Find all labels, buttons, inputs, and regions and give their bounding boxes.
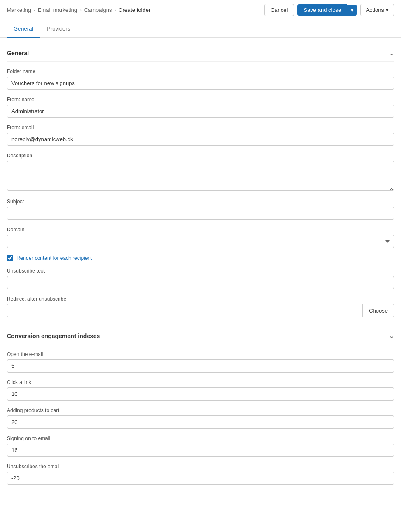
conversion-section: Conversion engagement indexes ⌄ Open the… <box>7 327 394 485</box>
description-group: Description <box>7 153 394 192</box>
header: Marketing › Email marketing › Campaigns … <box>0 0 401 20</box>
from-email-input[interactable] <box>7 133 394 146</box>
redirect-unsubscribe-input[interactable] <box>7 304 362 317</box>
domain-label: Domain <box>7 227 394 233</box>
from-name-group: From: name <box>7 97 394 118</box>
click-link-label: Click a link <box>7 379 394 385</box>
domain-group: Domain <box>7 227 394 248</box>
from-name-input[interactable] <box>7 105 394 118</box>
breadcrumb-sep-3: › <box>114 8 116 13</box>
redirect-unsubscribe-group: Redirect after unsubscribe Choose <box>7 296 394 317</box>
conversion-section-header[interactable]: Conversion engagement indexes ⌄ <box>7 327 394 344</box>
tabs: General Providers <box>0 20 401 38</box>
header-actions: Cancel Save and close ▾ Actions ▾ <box>264 4 394 16</box>
from-email-label: From: email <box>7 125 394 131</box>
description-textarea[interactable] <box>7 161 394 191</box>
unsubscribe-text-label: Unsubscribe text <box>7 268 394 274</box>
signing-on-input[interactable] <box>7 444 394 457</box>
general-section-header[interactable]: General ⌄ <box>7 45 394 62</box>
subject-label: Subject <box>7 199 394 205</box>
render-content-group: Render content for each recipient <box>7 255 394 261</box>
adding-products-input[interactable] <box>7 415 394 429</box>
description-label: Description <box>7 153 394 159</box>
folder-name-group: Folder name <box>7 68 394 90</box>
save-close-button[interactable]: Save and close <box>297 4 347 16</box>
render-content-checkbox[interactable] <box>7 255 13 261</box>
adding-products-group: Adding products to cart <box>7 407 394 429</box>
actions-button[interactable]: Actions ▾ <box>360 4 394 16</box>
folder-name-label: Folder name <box>7 68 394 74</box>
breadcrumb-campaigns[interactable]: Campaigns <box>84 7 112 13</box>
cancel-button[interactable]: Cancel <box>264 4 294 16</box>
main-content: General ⌄ Folder name From: name From: e… <box>0 38 401 502</box>
conversion-section-toggle-icon: ⌄ <box>389 332 394 340</box>
unsubscribe-text-input[interactable] <box>7 276 394 289</box>
conversion-section-title: Conversion engagement indexes <box>7 333 100 339</box>
unsubscribes-email-group: Unsubscribes the email <box>7 464 394 485</box>
from-name-label: From: name <box>7 97 394 102</box>
save-close-group: Save and close ▾ <box>297 4 357 16</box>
unsubscribe-text-group: Unsubscribe text <box>7 268 394 289</box>
click-link-input[interactable] <box>7 387 394 401</box>
breadcrumb: Marketing › Email marketing › Campaigns … <box>7 7 150 13</box>
adding-products-label: Adding products to cart <box>7 407 394 413</box>
unsubscribes-email-label: Unsubscribes the email <box>7 464 394 469</box>
tab-general[interactable]: General <box>7 20 40 38</box>
breadcrumb-email-marketing[interactable]: Email marketing <box>38 7 77 13</box>
redirect-unsubscribe-label: Redirect after unsubscribe <box>7 296 394 302</box>
open-email-input[interactable] <box>7 359 394 373</box>
breadcrumb-current: Create folder <box>119 7 150 13</box>
breadcrumb-marketing[interactable]: Marketing <box>7 7 31 13</box>
render-content-label[interactable]: Render content for each recipient <box>17 255 92 261</box>
open-email-label: Open the e-mail <box>7 351 394 357</box>
general-section-title: General <box>7 50 29 57</box>
redirect-unsubscribe-input-group: Choose <box>7 304 394 317</box>
open-email-group: Open the e-mail <box>7 351 394 373</box>
breadcrumb-sep-2: › <box>80 8 82 13</box>
subject-group: Subject <box>7 199 394 220</box>
general-section: General ⌄ Folder name From: name From: e… <box>7 45 394 317</box>
breadcrumb-sep-1: › <box>34 8 35 13</box>
folder-name-input[interactable] <box>7 77 394 90</box>
save-close-dropdown-button[interactable]: ▾ <box>347 5 357 16</box>
general-section-toggle-icon: ⌄ <box>389 49 394 57</box>
from-email-group: From: email <box>7 125 394 146</box>
tab-providers[interactable]: Providers <box>40 20 77 38</box>
actions-chevron-icon: ▾ <box>386 7 389 13</box>
domain-select[interactable] <box>7 235 394 248</box>
actions-label: Actions <box>366 7 384 13</box>
unsubscribes-email-input[interactable] <box>7 472 394 485</box>
click-link-group: Click a link <box>7 379 394 401</box>
subject-input[interactable] <box>7 207 394 220</box>
signing-on-group: Signing on to email <box>7 435 394 457</box>
choose-button[interactable]: Choose <box>362 304 394 317</box>
signing-on-label: Signing on to email <box>7 435 394 441</box>
